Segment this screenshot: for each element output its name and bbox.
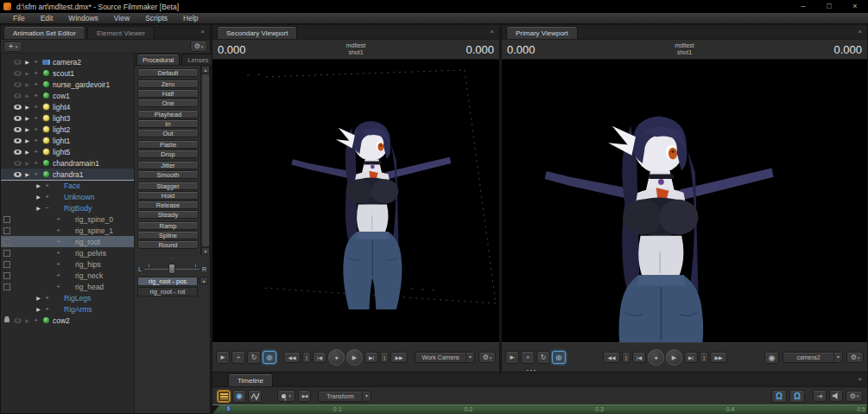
primary-3d-view[interactable]: [502, 60, 867, 342]
tree-item[interactable]: light5: [1, 146, 134, 157]
preset-button[interactable]: Default: [137, 68, 199, 77]
visibility-eye-icon[interactable]: [12, 92, 22, 99]
expand-toggle-icon[interactable]: [32, 316, 40, 324]
tree-item[interactable]: rig_head: [1, 281, 134, 292]
expand-toggle-icon[interactable]: [54, 249, 62, 257]
menu-item[interactable]: File: [5, 13, 33, 23]
tree-item[interactable]: Face: [1, 180, 134, 191]
slider-track[interactable]: [144, 269, 200, 270]
tree-item[interactable]: cow1: [1, 90, 134, 101]
tree-item[interactable]: light1: [1, 135, 134, 146]
tree-item[interactable]: cow2: [1, 315, 134, 326]
flag-arrow-icon[interactable]: [22, 126, 32, 132]
preset-scrollbar[interactable]: ▲ ▼: [200, 66, 210, 255]
clip-out-button[interactable]: ]: [700, 352, 708, 363]
tree-item[interactable]: RigBody: [1, 202, 134, 213]
scroll-down-icon[interactable]: ▼: [201, 247, 210, 255]
tree-item[interactable]: rig_spine_0: [1, 213, 134, 225]
flag-arrow-icon[interactable]: [34, 306, 43, 312]
preset-button[interactable]: Drop: [137, 150, 199, 158]
panel-close-icon[interactable]: ×: [487, 27, 497, 36]
tree-item[interactable]: rig_root: [1, 236, 134, 247]
secondary-3d-view[interactable]: [212, 60, 499, 342]
preset-button[interactable]: Out: [137, 129, 199, 137]
expand-toggle-icon[interactable]: [54, 215, 62, 223]
expand-toggle-icon[interactable]: [32, 125, 40, 133]
tab-secondary-viewport[interactable]: Secondary Viewport: [217, 26, 297, 39]
ase-settings-button[interactable]: ⚙▾: [190, 41, 207, 52]
record-button[interactable]: ●: [328, 349, 345, 366]
timeline-ruler[interactable]: 0.10.20.30.40.5: [212, 404, 867, 414]
expand-toggle-icon[interactable]: [32, 114, 40, 122]
lock-or-checkbox-icon[interactable]: [3, 260, 11, 268]
rotate-tool-button[interactable]: ↻: [536, 351, 550, 364]
jump-to-end-button[interactable]: ⇥: [813, 390, 827, 402]
tree-item[interactable]: camera2: [1, 56, 134, 67]
visibility-eye-icon[interactable]: [12, 69, 22, 77]
panel-close-icon[interactable]: ×: [855, 27, 865, 36]
menu-item[interactable]: Edit: [33, 13, 61, 23]
visibility-eye-icon[interactable]: [12, 103, 22, 111]
camera-select-dropdown[interactable]: camera2 ▾: [782, 352, 843, 363]
flag-arrow-icon[interactable]: [22, 171, 32, 177]
expand-toggle-icon[interactable]: [54, 283, 62, 290]
camera-select-dropdown[interactable]: Work Camera ▾: [415, 352, 475, 363]
expand-toggle-icon[interactable]: [32, 58, 40, 66]
tab-element-viewer[interactable]: Element Viewer: [87, 26, 155, 39]
menu-item[interactable]: Scripts: [137, 13, 175, 23]
lock-or-checkbox-icon[interactable]: [3, 226, 11, 234]
panel-close-icon[interactable]: ×: [198, 27, 207, 36]
prev-frame-button[interactable]: |◀: [632, 352, 646, 363]
flag-arrow-icon[interactable]: [34, 295, 43, 301]
lock-or-checkbox-icon[interactable]: [3, 238, 11, 245]
flag-arrow-icon[interactable]: [22, 115, 32, 121]
tree-item[interactable]: light4: [1, 101, 134, 112]
tree-item[interactable]: light3: [1, 112, 134, 124]
visibility-eye-icon[interactable]: [12, 114, 22, 122]
preset-button[interactable]: Release: [137, 201, 199, 209]
tab-primary-viewport[interactable]: Primary Viewport: [506, 26, 578, 39]
visibility-eye-icon[interactable]: [12, 170, 22, 178]
visibility-eye-icon[interactable]: [12, 316, 22, 324]
lock-or-checkbox-icon[interactable]: [3, 249, 11, 257]
clip-out-button[interactable]: ]: [380, 352, 389, 363]
close-button[interactable]: ×: [842, 1, 868, 13]
flag-arrow-icon[interactable]: [22, 92, 32, 99]
tree-item[interactable]: rig_spine_1: [1, 225, 134, 236]
scroll-up-icon[interactable]: ▲: [201, 66, 210, 73]
flag-arrow-icon[interactable]: [22, 317, 32, 323]
tree-item[interactable]: RigLegs: [1, 292, 134, 303]
rewind-button[interactable]: ◀◀: [603, 352, 620, 363]
flag-arrow-icon[interactable]: [22, 59, 32, 65]
tree-item[interactable]: chandra1: [1, 169, 134, 180]
tab-animation-set-editor[interactable]: Animation Set Editor: [3, 26, 86, 39]
flag-arrow-icon[interactable]: [34, 205, 43, 211]
expand-toggle-icon[interactable]: [32, 80, 40, 88]
channel-row[interactable]: rig_root - pos: [137, 277, 198, 286]
flag-arrow-icon[interactable]: [22, 81, 32, 87]
preset-button[interactable]: Zero: [137, 80, 199, 88]
channel-row[interactable]: rig_root - rot: [137, 287, 198, 296]
flag-arrow-icon[interactable]: [34, 194, 43, 200]
expand-toggle-icon[interactable]: [54, 260, 62, 268]
expand-toggle-icon[interactable]: [54, 238, 62, 245]
expand-toggle-icon[interactable]: [54, 226, 62, 234]
visibility-eye-icon[interactable]: [12, 148, 22, 156]
expand-toggle-icon[interactable]: [54, 271, 62, 279]
expand-toggle-icon[interactable]: [32, 92, 40, 99]
flag-arrow-icon[interactable]: [22, 149, 32, 155]
visibility-eye-icon[interactable]: [12, 125, 22, 133]
lock-or-checkbox-icon[interactable]: [3, 283, 11, 290]
tree-item[interactable]: nurse_gardevoir1: [1, 79, 134, 90]
camera-orbit-button[interactable]: ◎: [263, 351, 276, 364]
pointer-tool-button[interactable]: ►: [216, 351, 230, 364]
audio-mute-button[interactable]: [829, 390, 843, 402]
expand-toggle-icon[interactable]: [43, 294, 51, 302]
expand-toggle-icon[interactable]: [32, 148, 40, 156]
record-button[interactable]: ●: [648, 349, 664, 366]
slider-handle[interactable]: [168, 264, 175, 274]
tab-lenses[interactable]: Lenses: [181, 54, 214, 65]
add-animation-set-button[interactable]: +▾: [3, 41, 22, 52]
channel-scroll-up-icon[interactable]: ▲: [200, 277, 208, 284]
tree-item[interactable]: light2: [1, 124, 134, 135]
